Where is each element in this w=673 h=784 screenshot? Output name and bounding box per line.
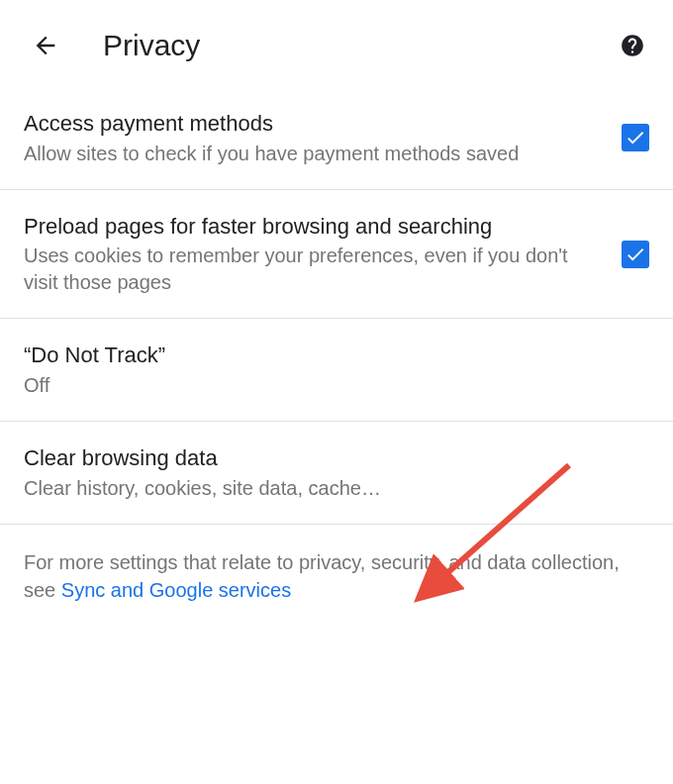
help-icon [620,33,645,58]
setting-text: Access payment methods Allow sites to ch… [24,109,606,167]
help-button[interactable] [616,29,649,62]
setting-desc: Uses cookies to remember your preference… [24,243,606,296]
footer-text: For more settings that relate to privacy… [0,525,673,624]
checkmark-icon [625,244,646,265]
setting-title: “Do Not Track” [24,341,649,370]
sync-services-link[interactable]: Sync and Google services [61,579,291,601]
setting-text: “Do Not Track” Off [24,341,649,399]
setting-desc: Clear history, cookies, site data, cache… [24,475,649,502]
setting-do-not-track[interactable]: “Do Not Track” Off [0,319,673,422]
setting-title: Preload pages for faster browsing and se… [24,212,606,242]
back-button[interactable] [28,28,63,63]
setting-desc: Off [24,372,649,399]
setting-title: Clear browsing data [24,443,649,473]
setting-clear-browsing-data[interactable]: Clear browsing data Clear history, cooki… [0,422,673,525]
setting-text: Preload pages for faster browsing and se… [24,212,606,297]
setting-access-payment[interactable]: Access payment methods Allow sites to ch… [0,87,673,190]
checkmark-icon [625,127,646,148]
page-title: Privacy [103,29,576,62]
header: Privacy [0,0,673,87]
checkbox-preload[interactable] [622,241,649,268]
setting-text: Clear browsing data Clear history, cooki… [24,443,649,502]
setting-title: Access payment methods [24,109,606,139]
setting-preload-pages[interactable]: Preload pages for faster browsing and se… [0,190,673,320]
arrow-back-icon [32,32,59,59]
setting-desc: Allow sites to check if you have payment… [24,141,606,167]
checkbox-payment[interactable] [622,124,649,151]
